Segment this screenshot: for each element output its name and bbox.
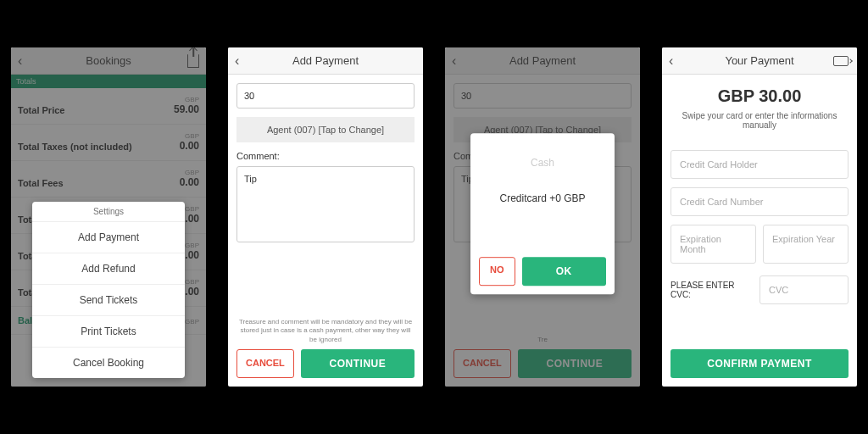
option-creditcard[interactable]: Creditcard +0 GBP xyxy=(479,181,606,216)
header: ‹ Your Payment xyxy=(662,47,857,75)
card-holder-input[interactable]: Credit Card Holder xyxy=(670,150,849,179)
payment-amount: GBP 30.00 xyxy=(662,75,857,111)
option-cash[interactable]: Cash xyxy=(479,145,606,181)
no-button[interactable]: NO xyxy=(479,257,515,286)
menu-print-tickets[interactable]: Print Tickets xyxy=(32,316,185,348)
payment-method-modal: Cash Creditcard +0 GBP NO OK xyxy=(470,133,615,294)
disclaimer-text: Treasure and comment will be mandatory a… xyxy=(236,318,415,344)
cardreader-icon[interactable] xyxy=(833,56,849,66)
screen-add-payment: ‹ Add Payment 30 Agent (007) [Tap to Cha… xyxy=(228,47,423,387)
page-title: Your Payment xyxy=(725,54,793,67)
settings-menu: Settings Add Payment Add Refund Send Tic… xyxy=(32,202,185,378)
back-icon[interactable]: ‹ xyxy=(669,53,673,69)
page-title: Add Payment xyxy=(292,54,359,67)
confirm-payment-button[interactable]: CONFIRM PAYMENT xyxy=(670,349,849,378)
continue-button[interactable]: CONTINUE xyxy=(301,349,415,378)
screen-your-payment: ‹ Your Payment GBP 30.00 Swipe your card… xyxy=(662,47,857,387)
amount-input[interactable]: 30 xyxy=(236,83,415,108)
card-number-input[interactable]: Credit Card Number xyxy=(670,187,849,216)
menu-send-tickets[interactable]: Send Tickets xyxy=(32,285,185,316)
payment-subtitle: Swipe your card or enter the information… xyxy=(662,111,857,142)
back-icon[interactable]: ‹ xyxy=(235,53,239,69)
header: ‹ Add Payment xyxy=(228,47,423,75)
cvc-label: PLEASE ENTER CVC: xyxy=(670,281,751,299)
cvc-input[interactable]: CVC xyxy=(760,275,849,304)
cancel-button[interactable]: CANCEL xyxy=(236,349,294,378)
screen-bookings-settings: ‹ Bookings Totals Total PriceGBP59.00 To… xyxy=(11,47,206,387)
comment-label: Comment: xyxy=(236,151,415,161)
menu-add-refund[interactable]: Add Refund xyxy=(32,253,185,285)
screen-payment-method: ‹ Add Payment 30 Agent (007) [Tap to Cha… xyxy=(445,47,640,387)
menu-title: Settings xyxy=(32,202,185,222)
exp-month-input[interactable]: Expiration Month xyxy=(670,225,756,264)
ok-button[interactable]: OK xyxy=(522,257,607,286)
menu-cancel-booking[interactable]: Cancel Booking xyxy=(32,348,185,378)
agent-selector[interactable]: Agent (007) [Tap to Change] xyxy=(236,117,415,142)
comment-input[interactable]: Tip xyxy=(236,166,415,242)
exp-year-input[interactable]: Expiration Year xyxy=(763,225,849,264)
menu-add-payment[interactable]: Add Payment xyxy=(32,222,185,253)
